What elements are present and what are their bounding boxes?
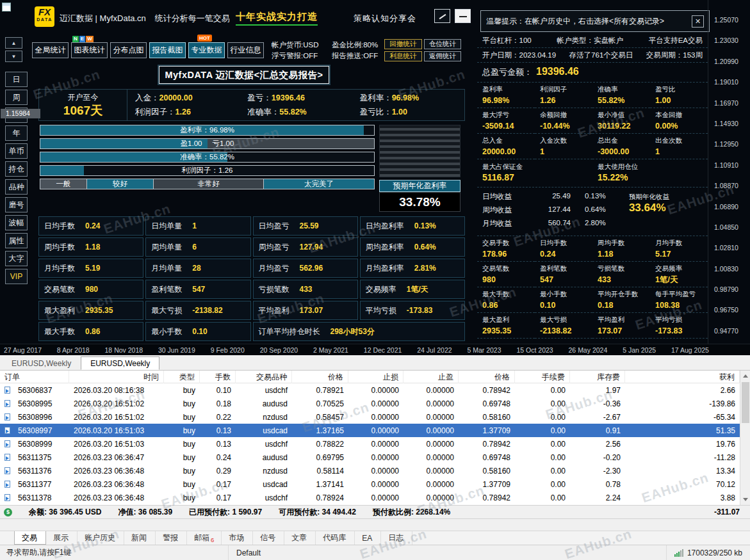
sidebar-button[interactable]: 波幅 [5, 215, 28, 230]
order-row[interactable]: 56311375 2026.03.23 06:36:47 buy 0.24 au… [0, 451, 740, 464]
orders-header[interactable]: 订单时间 类型手数 交易品种价格 止损止盈 价格手续费 库存费获利 [0, 371, 740, 383]
toolbox-tab[interactable]: 交易 [14, 531, 46, 545]
floating-pl: -311.07 [714, 508, 740, 516]
toolbox-tab[interactable]: 邮箱6 [187, 531, 222, 545]
stat-cell: 月均盈利率2.81% [360, 259, 465, 278]
panel-stat-cell: 入金次数1 [535, 134, 592, 159]
stat-button[interactable]: 仓位统计 [424, 39, 462, 49]
free-margin-text: 可用预付款: 34 494.42 [279, 507, 356, 518]
help-hint: 寻求帮助,请按F1键 [0, 547, 228, 558]
stat-cell: 周均手数1.18 [38, 237, 143, 257]
date-label: 5 Mar 2023 [467, 346, 501, 355]
stat-cell: 周均单量6 [145, 237, 250, 257]
profile-selector[interactable]: Default [228, 545, 382, 560]
panel-stat-cell: 准确率55.82% [592, 83, 650, 108]
price-tick: 1.25070 [714, 17, 750, 24]
sidebar-button[interactable]: 大字 [5, 251, 28, 266]
annual-rate-label: 预期年化盈利率 [379, 180, 461, 192]
nav-tab[interactable]: 行业信息 [227, 42, 264, 58]
toolbox-tab[interactable]: 代码库 [316, 531, 355, 545]
slogan-text: 十年实战实力打造 [236, 11, 318, 26]
order-row[interactable]: 56311378 2026.03.23 06:36:48 buy 0.17 us… [0, 491, 740, 504]
order-row[interactable]: 56306837 2026.03.20 08:16:38 buy 0.10 us… [0, 383, 740, 397]
average-line: 日均收益25.490.13% [482, 190, 619, 204]
sidebar-button[interactable]: 周 [5, 90, 28, 105]
price-tick: 1.04850 [714, 224, 750, 231]
scroll-down-button[interactable]: ▼ [5, 51, 22, 62]
panel-stat-cell: 总入金20000.00 [477, 134, 535, 159]
toolbox-tab[interactable]: 展示 [46, 531, 77, 545]
nav-tab[interactable]: 分布点图 [110, 42, 147, 58]
sidebar-button[interactable]: 属性 [5, 233, 28, 248]
toolbox-tab[interactable]: 市场 [222, 531, 253, 545]
stat-button[interactable]: 利息统计 [384, 51, 422, 61]
panel-stat-cell: 每手平均盈亏108.38 [650, 287, 708, 313]
order-row[interactable]: 56308996 2026.03.20 16:51:02 buy 0.22 nz… [0, 410, 740, 424]
price-tick: 1.20990 [714, 58, 750, 65]
date-label: 12 Dec 2021 [364, 346, 402, 355]
price-tick: 1.12950 [714, 141, 750, 148]
scrollbar-thumb[interactable] [742, 382, 749, 423]
date-label: 2 May 2021 [313, 346, 348, 355]
vertical-scrollbar[interactable] [740, 371, 750, 505]
rating-scale: 一般较好非常好太完美了 [40, 179, 375, 189]
sidebar-button[interactable]: 磨号 [5, 197, 28, 212]
toolbox-tab[interactable]: 账户历史 [77, 531, 124, 545]
fxdata-logo: FX DATA [35, 6, 54, 27]
close-icon[interactable]: ✕ [692, 15, 704, 28]
progress-bars: 盈利率：96.98% 盈1.00 亏1.00 准确率：55.82% 利润因子：1… [40, 125, 375, 189]
stat-cell: 亏损笔数433 [253, 280, 358, 299]
stat-cell: 盈利笔数547 [145, 280, 250, 299]
panel-stat-cell: 周均手数1.18 [592, 236, 650, 262]
panel-minimize-button[interactable] [455, 9, 471, 23]
toolbox-tab[interactable]: 警报 [156, 531, 187, 545]
order-row[interactable]: 56311377 2026.03.23 06:36:48 buy 0.17 us… [0, 477, 740, 491]
average-line: 周均收益127.440.64% [482, 204, 619, 217]
platform-line: 平台杠杆：100帐户类型：实盘帐户平台支持EA交易 [477, 33, 708, 48]
stat-button[interactable]: 回撤统计 [384, 39, 422, 49]
toolbox-tab[interactable]: 文章 [284, 531, 316, 545]
order-row[interactable]: 56308995 2026.03.20 16:51:02 buy 0.18 au… [0, 397, 740, 410]
date-label: 17 Aug 2025 [671, 346, 709, 355]
mail-count-badge: 6 [211, 536, 214, 545]
sidebar-button[interactable]: 日 [5, 72, 28, 87]
equity-text: 净值: 36 085.39 [118, 507, 172, 518]
price-tick: 1.06890 [714, 204, 750, 211]
sidebar-button[interactable]: 单币 [5, 143, 28, 159]
nav-tab[interactable]: 报告截图 [149, 42, 186, 58]
stat-cell: 日均盈利率0.13% [360, 216, 465, 236]
panel-stat-cell: 日均手数0.24 [535, 236, 592, 262]
toolbox-tab[interactable]: 信号 [253, 531, 284, 545]
sidebar-button[interactable]: 年 [5, 125, 28, 141]
scroll-up-button[interactable]: ▲ [5, 37, 22, 49]
toolbox-tab[interactable]: 日志 [381, 531, 412, 545]
stat-button[interactable]: 返佣统计 [424, 51, 462, 61]
panel-stat-cell: 盈利笔数547 [535, 262, 592, 287]
toolbox-tab[interactable]: EA [355, 531, 381, 545]
order-row[interactable]: 56311376 2026.03.23 06:36:48 buy 0.29 nz… [0, 464, 740, 477]
sidebar-button[interactable]: 持仓 [5, 161, 28, 177]
nav-tab[interactable]: 图表统计 [71, 42, 108, 58]
stat-cell: 周均盈利率0.64% [360, 237, 465, 257]
account-line: 开户日期：2023.04.19存活了761个交易日交易周期：153周 [477, 48, 708, 63]
panel-stat-cell: 最大盈利2935.35 [477, 313, 535, 339]
order-row[interactable]: 56308999 2026.03.20 16:51:03 buy 0.13 us… [0, 437, 740, 451]
panel-stat-cell: 最小手数0.10 [535, 287, 592, 313]
hot-badge: HOT [197, 35, 212, 42]
sidebar-button[interactable]: VIP [5, 269, 28, 284]
date-axis: 27 Aug 20178 Apr 201818 Nov 201830 Jun 2… [0, 344, 750, 355]
panel-stat-cell: 出金次数1 [650, 134, 708, 159]
chart-tab[interactable]: EURUSD,Weekly [81, 356, 159, 370]
nav-tab[interactable]: 专业数据 [188, 42, 225, 58]
sidebar: 日周月年单币持仓品种磨号波幅属性大字VIP [5, 72, 28, 284]
panel-stat-cell-wide: 最大使用仓位15.22% [592, 159, 708, 188]
profit-ratio: 盈金比例:80% [332, 40, 378, 50]
panel-edit-button[interactable] [434, 9, 450, 23]
sidebar-button[interactable]: 品种 [5, 179, 28, 195]
chart-tab[interactable]: EURUSD,Weekly [2, 356, 81, 370]
orders-table: 订单时间 类型手数 交易品种价格 止损止盈 价格手续费 库存费获利 563068… [0, 371, 750, 505]
order-row[interactable]: 56308997 2026.03.20 16:51:03 buy 0.13 us… [0, 424, 740, 437]
toolbox-tab[interactable]: 新闻 [124, 531, 156, 545]
date-label: 15 Oct 2023 [516, 346, 553, 355]
nav-tab[interactable]: 全局统计 [32, 42, 69, 58]
